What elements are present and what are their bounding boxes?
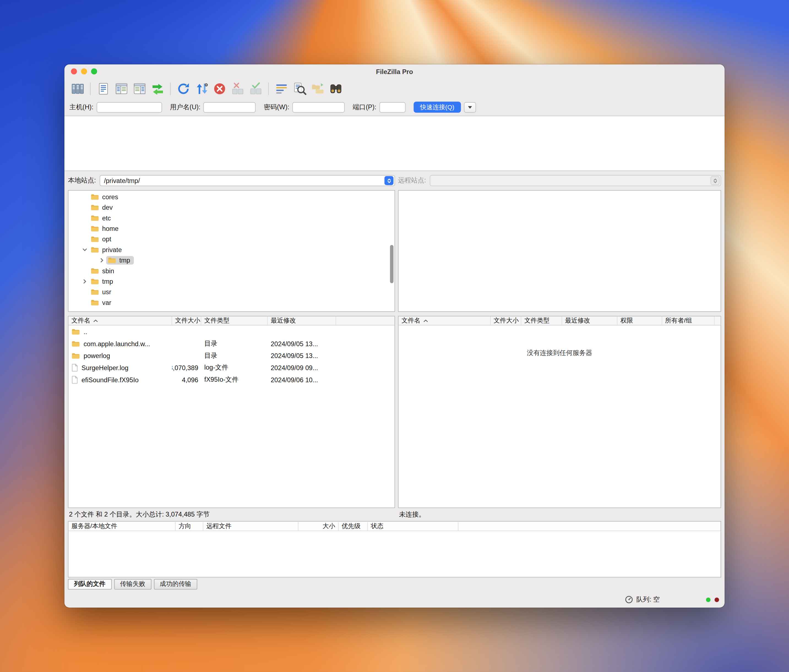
file-name: powerlog (83, 352, 110, 359)
file-type-cell: 目录 (201, 339, 268, 348)
process-queue-icon (194, 81, 209, 96)
chevron-right-icon[interactable] (98, 257, 106, 264)
toggle-local-tree-button[interactable] (112, 80, 131, 97)
disconnect-button[interactable] (228, 80, 247, 97)
local-list-header: 文件名 文件大小 文件类型 最近修改 (69, 316, 394, 326)
toggle-remote-tree-button[interactable] (130, 80, 149, 97)
statusbar: 队列: 空 (64, 592, 725, 608)
site-manager-button[interactable] (69, 80, 87, 97)
reconnect-button[interactable] (247, 80, 265, 97)
tree-scrollbar-thumb[interactable] (390, 245, 394, 283)
queue-col-priority[interactable]: 优先级 (339, 522, 368, 530)
remote-site-dropdown-button (711, 176, 720, 185)
file-modified-cell: 2024/09/06 10... (268, 376, 336, 383)
queue-gauge-icon (625, 595, 633, 603)
tree-item-cores[interactable]: cores (69, 192, 394, 202)
tree-item-label: opt (102, 235, 111, 243)
titlebar: FileZilla Pro (64, 64, 725, 78)
port-label: 端口(P): (353, 103, 376, 112)
tree-item-label: tmp (119, 257, 130, 264)
queue-col-remote-file[interactable]: 远程文件 (203, 522, 298, 530)
quickconnect-dropdown-button[interactable] (464, 102, 476, 112)
folder-icon (91, 268, 99, 274)
remote-site-combo (430, 175, 721, 186)
desktop-wallpaper: FileZilla Pro (0, 0, 789, 672)
message-log-icon (96, 81, 110, 96)
directory-filter-button[interactable] (272, 80, 291, 97)
local-site-dropdown-button[interactable] (384, 176, 393, 185)
tree-item-tmp[interactable]: tmp (69, 255, 394, 265)
tree-item-label: cores (102, 193, 118, 201)
traffic-lights (71, 69, 97, 75)
folder-icon (91, 215, 99, 221)
tree-item-usr[interactable]: usr (69, 287, 394, 297)
status-led-green (706, 597, 710, 602)
pane-splitter[interactable] (64, 312, 725, 316)
host-label: 主机(H): (69, 103, 93, 112)
remote-col-filesize[interactable]: 文件大小 (490, 316, 521, 325)
toggle-message-log-button[interactable] (94, 80, 112, 97)
caret-down-icon (468, 106, 472, 109)
synchronized-browsing-button[interactable] (308, 80, 326, 97)
file-row[interactable]: efiSoundFile.fX95Io4,096fX95Io-文件2024/09… (69, 374, 394, 386)
host-input[interactable] (96, 102, 162, 112)
tree-item-label: home (102, 225, 118, 232)
tree-item-sbin[interactable]: sbin (69, 265, 394, 276)
chevron-down-icon[interactable] (80, 246, 89, 254)
remote-col-permissions[interactable]: 权限 (618, 316, 662, 325)
refresh-button[interactable] (174, 80, 192, 97)
tree-item-dev[interactable]: dev (69, 202, 394, 213)
local-col-filesize[interactable]: 文件大小 (172, 316, 201, 325)
username-input[interactable] (203, 102, 256, 112)
file-name: efiSoundFile.fX95Io (81, 376, 139, 383)
directory-comparison-button[interactable] (326, 80, 345, 97)
toggle-transfer-queue-button[interactable] (149, 80, 166, 97)
zoom-button[interactable] (91, 69, 97, 75)
file-icon (72, 364, 78, 372)
pane-status-band: 2 个文件 和 2 个目录。大小总计: 3,074,485 字节 未连接。 (64, 508, 725, 521)
chevron-right-icon[interactable] (80, 278, 89, 285)
local-site-combo[interactable]: /private/tmp/ (99, 175, 395, 186)
file-row[interactable]: powerlog目录2024/09/05 13... (69, 350, 394, 362)
close-button[interactable] (71, 69, 77, 75)
password-input[interactable] (292, 102, 345, 112)
file-row[interactable]: com.apple.launchd.w...目录2024/09/05 13... (69, 337, 394, 350)
minimize-button[interactable] (81, 69, 87, 75)
queue-col-direction[interactable]: 方向 (176, 522, 203, 530)
queue-col-server-local-file[interactable]: 服务器/本地文件 (69, 522, 176, 530)
message-log-area (64, 116, 725, 171)
local-col-modified[interactable]: 最近修改 (268, 316, 336, 325)
chevron-spacer (80, 288, 89, 295)
remote-col-modified[interactable]: 最近修改 (562, 316, 617, 325)
queue-tabs: 列队的文件 传输失败 成功的传输 (64, 577, 725, 591)
tree-item-private[interactable]: private (69, 244, 394, 255)
remote-col-owner[interactable]: 所有者/组 (662, 316, 715, 325)
queue-col-size[interactable]: 大小 (299, 522, 339, 530)
tree-item-etc[interactable]: etc (69, 213, 394, 223)
remote-col-filename[interactable]: 文件名 (399, 316, 490, 325)
quickconnect-button[interactable]: 快速连接(Q) (414, 102, 461, 113)
tab-successful-transfers[interactable]: 成功的传输 (153, 579, 197, 589)
file-row[interactable]: SurgeHelper.log3,070,389log-文件2024/09/09… (69, 362, 394, 374)
tree-item-opt[interactable]: opt (69, 234, 394, 244)
queue-col-status[interactable]: 状态 (368, 522, 458, 530)
file-search-button[interactable] (291, 80, 308, 97)
tree-item-label: tmp (102, 278, 113, 285)
file-name-cell: .. (69, 328, 172, 335)
tab-failed-transfers[interactable]: 传输失败 (114, 579, 151, 589)
toolbar-separator (170, 82, 171, 95)
tree-item-label: dev (102, 204, 113, 211)
process-queue-button[interactable] (192, 80, 210, 97)
local-col-filename[interactable]: 文件名 (69, 316, 172, 325)
tree-item-var[interactable]: var (69, 297, 394, 308)
tab-queued-files[interactable]: 列队的文件 (68, 579, 112, 589)
remote-col-filetype[interactable]: 文件类型 (521, 316, 562, 325)
local-col-filetype[interactable]: 文件类型 (201, 316, 268, 325)
chevron-updown-icon (386, 178, 392, 183)
tree-item-tmp[interactable]: tmp (69, 276, 394, 286)
cancel-operation-button[interactable] (210, 80, 228, 97)
port-input[interactable] (379, 102, 406, 112)
file-row[interactable]: .. (69, 326, 394, 338)
remote-directory-tree (398, 190, 721, 312)
tree-item-home[interactable]: home (69, 223, 394, 234)
